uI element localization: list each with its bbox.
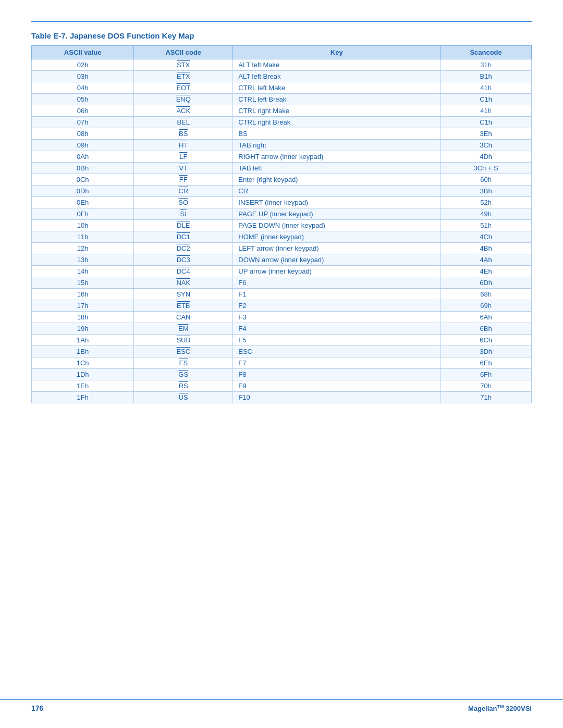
cell-ascii-value: 18h — [32, 312, 134, 323]
cell-key: F5 — [233, 335, 440, 346]
header-ascii-code: ASCII code — [134, 46, 233, 59]
cell-ascii-code: ACK — [134, 105, 233, 117]
cell-ascii-value: 07h — [32, 117, 134, 128]
cell-ascii-value: 1Fh — [32, 392, 134, 403]
cell-scancode: 3Dh — [440, 346, 532, 357]
cell-key: HOME (inner keypad) — [233, 231, 440, 243]
cell-scancode: 6Bh — [440, 323, 532, 335]
cell-ascii-code: SUB — [134, 335, 233, 346]
cell-ascii-code: BS — [134, 128, 233, 140]
page-footer: 176 MagellanTM 3200VSi — [0, 699, 563, 712]
cell-key: TAB left — [233, 163, 440, 174]
cell-scancode: 52h — [440, 197, 532, 208]
cell-ascii-code: ETX — [134, 71, 233, 82]
table-row: 0ChFFEnter (right keypad)60h — [32, 174, 532, 186]
cell-ascii-value: 02h — [32, 59, 134, 71]
cell-key: F1 — [233, 289, 440, 300]
cell-ascii-code: ETB — [134, 300, 233, 312]
cell-key: TAB right — [233, 140, 440, 151]
table-row: 08hBSBS3Eh — [32, 128, 532, 140]
table-title: Table E-7. Japanese DOS Function Key Map — [31, 31, 532, 40]
cell-scancode: 60h — [440, 174, 532, 186]
table-row: 16hSYNF168h — [32, 289, 532, 300]
cell-key: CTRL left Break — [233, 94, 440, 105]
cell-ascii-value: 16h — [32, 289, 134, 300]
table-row: 09hHTTAB right3Ch — [32, 140, 532, 151]
cell-ascii-code: EM — [134, 323, 233, 335]
cell-scancode: 4Bh — [440, 243, 532, 254]
cell-key: UP arrow (inner keypad) — [233, 266, 440, 277]
function-key-map-table: ASCII value ASCII code Key Scancode 02hS… — [31, 45, 532, 403]
cell-ascii-value: 0Fh — [32, 208, 134, 220]
cell-ascii-value: 1Bh — [32, 346, 134, 357]
cell-ascii-code: NAK — [134, 277, 233, 289]
cell-scancode: 68h — [440, 289, 532, 300]
cell-ascii-code: GS — [134, 369, 233, 380]
cell-scancode: 41h — [440, 105, 532, 117]
cell-key: ALT left Make — [233, 59, 440, 71]
header-ascii-value: ASCII value — [32, 46, 134, 59]
cell-scancode: 4Ah — [440, 254, 532, 266]
cell-ascii-code: FF — [134, 174, 233, 186]
cell-key: RIGHT arrow (inner keypad) — [233, 151, 440, 163]
cell-ascii-value: 05h — [32, 94, 134, 105]
table-row: 1EhRSF970h — [32, 380, 532, 392]
cell-ascii-code: CR — [134, 186, 233, 197]
cell-ascii-code: RS — [134, 380, 233, 392]
table-row: 05hENQCTRL left BreakC1h — [32, 94, 532, 105]
table-row: 0EhSOINSERT (inner keypad)52h — [32, 197, 532, 208]
cell-ascii-value: 08h — [32, 128, 134, 140]
cell-ascii-code: SYN — [134, 289, 233, 300]
cell-ascii-code: DC4 — [134, 266, 233, 277]
cell-ascii-value: 1Eh — [32, 380, 134, 392]
cell-ascii-value: 03h — [32, 71, 134, 82]
cell-key: F2 — [233, 300, 440, 312]
cell-ascii-code: DC3 — [134, 254, 233, 266]
cell-key: F10 — [233, 392, 440, 403]
brand-text: Magellan — [468, 705, 497, 712]
cell-scancode: 6Dh — [440, 277, 532, 289]
cell-scancode: 4Ch — [440, 231, 532, 243]
cell-ascii-value: 10h — [32, 220, 134, 231]
table-row: 13hDC3DOWN arrow (inner keypad)4Ah — [32, 254, 532, 266]
cell-ascii-value: 0Dh — [32, 186, 134, 197]
brand-model: 3200VSi — [504, 705, 532, 712]
cell-ascii-value: 0Ah — [32, 151, 134, 163]
table-row: 1BhESCESC3Dh — [32, 346, 532, 357]
table-row: 02hSTXALT left Make31h — [32, 59, 532, 71]
cell-key: CTRL right Make — [233, 105, 440, 117]
cell-ascii-value: 19h — [32, 323, 134, 335]
table-row: 07hBELCTRL right BreakC1h — [32, 117, 532, 128]
cell-key: PAGE UP (inner keypad) — [233, 208, 440, 220]
cell-scancode: 3Bh — [440, 186, 532, 197]
page-number: 176 — [31, 704, 43, 712]
cell-ascii-code: ENQ — [134, 94, 233, 105]
cell-key: PAGE DOWN (inner keypad) — [233, 220, 440, 231]
cell-ascii-code: STX — [134, 59, 233, 71]
cell-scancode: 51h — [440, 220, 532, 231]
cell-ascii-value: 04h — [32, 82, 134, 94]
cell-ascii-value: 12h — [32, 243, 134, 254]
table-row: 06hACKCTRL right Make41h — [32, 105, 532, 117]
cell-ascii-value: 1Dh — [32, 369, 134, 380]
cell-scancode: C1h — [440, 117, 532, 128]
brand-super: TM — [497, 704, 504, 709]
cell-ascii-value: 1Ah — [32, 335, 134, 346]
cell-scancode: 3Ch + S — [440, 163, 532, 174]
cell-scancode: 3Eh — [440, 128, 532, 140]
cell-key: BS — [233, 128, 440, 140]
cell-ascii-value: 15h — [32, 277, 134, 289]
cell-scancode: C1h — [440, 94, 532, 105]
table-row: 18hCANF36Ah — [32, 312, 532, 323]
cell-ascii-code: EOT — [134, 82, 233, 94]
table-row: 1AhSUBF56Ch — [32, 335, 532, 346]
cell-scancode: 6Eh — [440, 357, 532, 369]
cell-key: F8 — [233, 369, 440, 380]
cell-key: Enter (right keypad) — [233, 174, 440, 186]
cell-ascii-code: DLE — [134, 220, 233, 231]
table-row: 10hDLEPAGE DOWN (inner keypad)51h — [32, 220, 532, 231]
page-container: Table E-7. Japanese DOS Function Key Map… — [0, 0, 563, 435]
cell-key: F9 — [233, 380, 440, 392]
cell-key: ESC — [233, 346, 440, 357]
table-row: 1DhGSF86Fh — [32, 369, 532, 380]
